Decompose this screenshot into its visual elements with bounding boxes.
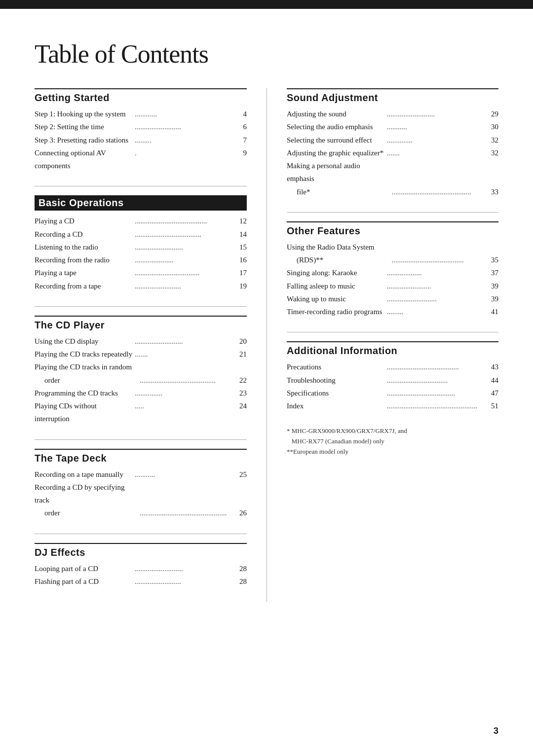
footnote-1: * MHC-GRX9000/RX900/GRX7/GRX7J, and (287, 426, 498, 436)
toc-entry-tape-manually: Recording on a tape manually ...........… (35, 468, 247, 481)
toc-entry-cd-track-order: Recording a CD by specifying track order… (35, 481, 247, 520)
right-column: Sound Adjustment Adjusting the sound ...… (266, 88, 498, 602)
toc-entry-recording-radio: Recording from the radio ...............… (35, 253, 247, 266)
toc-entry-cd-program: Programming the CD tracks ..............… (35, 387, 247, 399)
page: Table of Contents Getting Started Step 1… (0, 0, 533, 756)
tape-deck-header: The Tape Deck (35, 449, 247, 464)
cd-player-header: The CD Player (35, 316, 247, 331)
divider-6 (287, 332, 498, 332)
getting-started-header: Getting Started (35, 88, 247, 104)
toc-entry-specifications: Specifications .........................… (287, 387, 498, 399)
left-column: Getting Started Step 1: Hooking up the s… (35, 88, 266, 602)
divider-2 (35, 306, 247, 307)
toc-entry-troubleshooting: Troubleshooting ........................… (287, 374, 498, 387)
toc-entry-index: Index ..................................… (287, 399, 498, 412)
section-other-features: Other Features Using the Radio Data Syst… (287, 221, 498, 319)
divider-5 (287, 212, 498, 213)
cd-player-title: The CD Player (35, 320, 105, 330)
toc-entry-recording-cd: Recording a CD .........................… (35, 228, 247, 241)
toc-entry-cd-repeat: Playing the CD tracks repeatedly .......… (35, 348, 247, 360)
toc-entry-audio-emphasis: Selecting the audio emphasis ...........… (287, 120, 498, 133)
toc-entry-surround: Selecting the surround effect ..........… (287, 134, 498, 146)
additional-info-header: Additional Information (287, 341, 498, 357)
toc-entry-cd-display: Using the CD display ...................… (35, 335, 247, 348)
dj-effects-title: DJ Effects (35, 547, 85, 558)
footnote-2: MHC-RX77 (Canadian model) only (287, 436, 498, 447)
toc-entry-step3: Step 3: Presetting radio stations ......… (35, 134, 247, 146)
toc-entry-flashing: Flashing part of a CD ..................… (35, 575, 247, 588)
top-bar (0, 0, 533, 9)
divider-4 (35, 534, 247, 534)
toc-entry-recording-tape: Recording from a tape ..................… (35, 280, 247, 292)
divider-3 (35, 439, 247, 440)
basic-operations-header: Basic Operations (35, 195, 247, 211)
toc-entry-step1: Step 1: Hooking up the system ..........… (35, 108, 247, 120)
toc-entry-timer-recording: Timer-recording radio programs .........… (287, 305, 498, 318)
toc-entry-playing-cd: Playing a CD ...........................… (35, 215, 247, 227)
footnotes: * MHC-GRX9000/RX900/GRX7/GRX7J, and MHC-… (287, 426, 498, 457)
toc-entry-step2: Step 2: Setting the time ...............… (35, 120, 247, 133)
toc-entry-cd-random: Playing the CD tracks in random order ..… (35, 360, 247, 387)
additional-info-title: Additional Information (287, 345, 397, 356)
toc-entry-personal-audio: Making a personal audio emphasis file* .… (287, 159, 498, 198)
section-dj-effects: DJ Effects Looping part of a CD ........… (35, 543, 247, 588)
section-basic-operations: Basic Operations Playing a CD ..........… (35, 195, 247, 292)
page-number: 3 (494, 726, 498, 736)
toc-entry-wake: Waking up to music .....................… (287, 292, 498, 305)
tape-deck-title: The Tape Deck (35, 453, 107, 464)
footnote-3: **European model only (287, 447, 498, 457)
toc-entry-looping: Looping part of a CD ...................… (35, 562, 247, 575)
section-sound-adjustment: Sound Adjustment Adjusting the sound ...… (287, 88, 498, 198)
toc-entry-playing-tape: Playing a tape .........................… (35, 266, 247, 279)
section-getting-started: Getting Started Step 1: Hooking up the s… (35, 88, 247, 172)
toc-entry-rds: Using the Radio Data System (RDS)** ....… (287, 241, 498, 267)
two-column-layout: Getting Started Step 1: Hooking up the s… (35, 88, 498, 602)
section-cd-player: The CD Player Using the CD display .....… (35, 316, 247, 426)
toc-entry-sleep: Falling asleep to music ................… (287, 280, 498, 292)
divider-1 (35, 186, 247, 186)
page-title: Table of Contents (35, 39, 498, 69)
other-features-header: Other Features (287, 221, 498, 237)
basic-operations-title: Basic Operations (38, 197, 124, 208)
other-features-title: Other Features (287, 225, 360, 236)
section-tape-deck: The Tape Deck Recording on a tape manual… (35, 449, 247, 520)
toc-entry-precautions: Precautions ............................… (287, 360, 498, 373)
sound-adjustment-header: Sound Adjustment (287, 88, 498, 104)
toc-entry-equalizer: Adjusting the graphic equalizer* .......… (287, 146, 498, 159)
sound-adjustment-title: Sound Adjustment (287, 92, 378, 103)
dj-effects-header: DJ Effects (35, 543, 247, 558)
toc-entry-adjusting-sound: Adjusting the sound ....................… (287, 108, 498, 120)
toc-entry-cd-no-interrupt: Playing CDs without interruption ..... 2… (35, 399, 247, 426)
getting-started-title: Getting Started (35, 92, 110, 103)
toc-entry-karaoke: Singing along: Karaoke .................… (287, 266, 498, 279)
toc-entry-av: Connecting optional AV components . 9 (35, 146, 247, 173)
toc-entry-listening-radio: Listening to the radio .................… (35, 241, 247, 253)
section-additional-info: Additional Information Precautions .....… (287, 341, 498, 412)
